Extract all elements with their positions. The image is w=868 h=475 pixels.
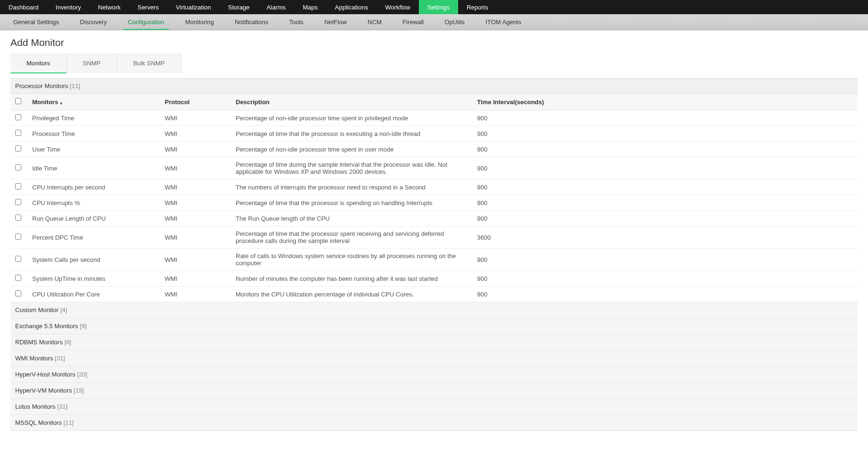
col-header-description-label: Description — [236, 99, 270, 106]
table-row: Processor TimeWMIPercentage of time that… — [10, 126, 858, 142]
row-monitor-name: Processor Time — [27, 126, 160, 142]
row-protocol: WMI — [160, 287, 231, 302]
section-count: [4] — [60, 306, 67, 314]
row-checkbox[interactable] — [15, 145, 21, 152]
section-header-rdbms-monitors[interactable]: RDBMS Monitors [6] — [10, 334, 858, 350]
section-header-lotus-monitors[interactable]: Lotus Monitors [31] — [10, 399, 858, 415]
row-interval: 900 — [472, 271, 858, 287]
sub-nav-netflow[interactable]: NetFlow — [314, 14, 357, 30]
table-row: Percent DPC TimeWMIPercentage of time th… — [10, 226, 858, 249]
row-checkbox[interactable] — [15, 256, 21, 262]
section-header-custom-monitor[interactable]: Custom Monitor [4] — [10, 302, 858, 318]
row-monitor-name: System UpTime in minutes — [27, 271, 160, 287]
top-nav-alarms[interactable]: Alarms — [258, 0, 294, 14]
tab-monitors[interactable]: Monitors — [10, 53, 67, 73]
row-check-cell — [10, 249, 27, 271]
top-nav-dashboard[interactable]: Dashboard — [0, 0, 47, 14]
top-nav-reports[interactable]: Reports — [458, 0, 497, 14]
row-monitor-name: System Calls per second — [27, 249, 160, 271]
section-name: WMI Monitors — [15, 355, 55, 362]
table-row: System UpTime in minutesWMINumber of min… — [10, 271, 858, 287]
sort-asc-icon: ▲ — [59, 100, 63, 105]
row-protocol: WMI — [160, 271, 231, 287]
sub-nav-firewall[interactable]: Firewall — [392, 14, 434, 30]
tab-bulk-snmp[interactable]: Bulk SNMP — [117, 53, 181, 73]
row-checkbox[interactable] — [15, 199, 21, 205]
top-nav: DashboardInventoryNetworkServersVirtuali… — [0, 0, 868, 14]
col-header-description[interactable]: Description — [231, 94, 472, 110]
top-nav-storage[interactable]: Storage — [220, 0, 258, 14]
top-nav-network[interactable]: Network — [89, 0, 129, 14]
top-nav-virtualization[interactable]: Virtualization — [168, 0, 220, 14]
row-check-cell — [10, 126, 27, 142]
row-description: Percentage of time that the processor is… — [231, 195, 472, 211]
top-nav-inventory[interactable]: Inventory — [47, 0, 89, 14]
category-rows: Custom Monitor [4]Exchange 5.5 Monitors … — [10, 302, 858, 431]
sub-nav-discovery[interactable]: Discovery — [70, 14, 117, 30]
sub-nav-ncm[interactable]: NCM — [357, 14, 392, 30]
sub-nav-itom-agents[interactable]: ITOM Agents — [475, 14, 532, 30]
top-nav-settings[interactable]: Settings — [419, 0, 458, 14]
section-count: [31] — [55, 355, 65, 362]
sub-nav-monitoring[interactable]: Monitoring — [175, 14, 224, 30]
row-interval: 900 — [472, 179, 858, 195]
section-header-hyperv-vm-monitors[interactable]: HyperV-VM Monitors [19] — [10, 383, 858, 399]
row-checkbox[interactable] — [15, 130, 21, 136]
section-count: [6] — [64, 339, 71, 346]
row-checkbox[interactable] — [15, 275, 21, 281]
tab-snmp[interactable]: SNMP — [67, 53, 117, 73]
row-protocol: WMI — [160, 226, 231, 249]
row-check-cell — [10, 287, 27, 302]
row-description: Percentage of non-idle processor time sp… — [231, 142, 472, 157]
sub-nav-general-settings[interactable]: General Settings — [3, 14, 70, 30]
col-header-monitors[interactable]: Monitors▲ — [27, 94, 160, 110]
section-name: Custom Monitor — [15, 306, 60, 314]
section-header-hyperv-host-monitors[interactable]: HyperV-Host Monitors [20] — [10, 367, 858, 383]
row-checkbox[interactable] — [15, 183, 21, 189]
section-count: [19] — [74, 387, 84, 394]
col-header-monitors-label: Monitors — [32, 99, 58, 106]
section-name: Processor Monitors — [15, 82, 68, 90]
row-check-cell — [10, 142, 27, 157]
row-checkbox[interactable] — [15, 290, 21, 296]
sub-nav-tools[interactable]: Tools — [279, 14, 314, 30]
row-checkbox[interactable] — [15, 114, 21, 120]
section-header-exchange-5-5-monitors[interactable]: Exchange 5.5 Monitors [9] — [10, 318, 858, 334]
section-count: [11] — [63, 419, 74, 426]
top-nav-maps[interactable]: Maps — [294, 0, 327, 14]
table-body: Privileged TimeWMIPercentage of non-idle… — [10, 110, 858, 302]
row-protocol: WMI — [160, 249, 231, 271]
row-description: Monitors the CPU Utilization percentage … — [231, 287, 472, 302]
row-description: The numbers of interrupts the processor … — [231, 179, 472, 195]
row-check-cell — [10, 157, 27, 179]
row-interval: 900 — [472, 110, 858, 126]
top-nav-workflow[interactable]: Workflow — [377, 0, 419, 14]
section-count: [31] — [57, 403, 68, 410]
sub-nav-oputils[interactable]: OpUtils — [434, 14, 475, 30]
section-header-mssql-monitors[interactable]: MSSQL Monitors [11] — [10, 415, 858, 431]
col-header-protocol-label: Protocol — [165, 99, 190, 106]
sub-nav: General SettingsDiscoveryConfigurationMo… — [0, 14, 868, 30]
row-monitor-name: Idle Time — [27, 157, 160, 179]
row-description: Number of minutes the computer has been … — [231, 271, 472, 287]
row-checkbox[interactable] — [15, 233, 21, 240]
section-count: [11] — [70, 82, 80, 90]
row-interval: 3600 — [472, 226, 858, 249]
col-header-protocol[interactable]: Protocol — [160, 94, 231, 110]
top-nav-applications[interactable]: Applications — [327, 0, 377, 14]
section-header-processor[interactable]: Processor Monitors [11] — [10, 78, 858, 94]
sub-nav-notifications[interactable]: Notifications — [224, 14, 279, 30]
row-check-cell — [10, 271, 27, 287]
col-header-interval[interactable]: Time Interval(seconds) — [472, 94, 858, 110]
row-checkbox[interactable] — [15, 215, 21, 221]
select-all-checkbox[interactable] — [15, 98, 21, 104]
sub-nav-configuration[interactable]: Configuration — [117, 14, 175, 30]
top-nav-servers[interactable]: Servers — [129, 0, 168, 14]
row-check-cell — [10, 179, 27, 195]
table-row: CPU Utilization Per CoreWMIMonitors the … — [10, 287, 858, 302]
row-protocol: WMI — [160, 211, 231, 226]
section-name: HyperV-Host Monitors — [15, 371, 77, 378]
section-header-wmi-monitors[interactable]: WMI Monitors [31] — [10, 350, 858, 367]
row-checkbox[interactable] — [15, 164, 21, 170]
row-interval: 900 — [472, 249, 858, 271]
